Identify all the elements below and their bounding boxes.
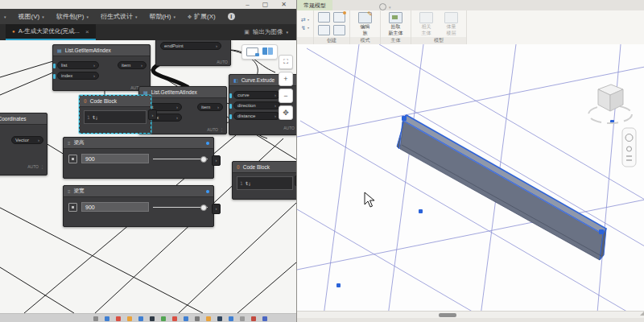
button-label: 相关 (421, 24, 431, 30)
port-vector[interactable]: Vector › (11, 136, 43, 144)
taskbar-icon[interactable] (161, 316, 166, 321)
button-label: 体量 (446, 24, 456, 30)
codeblock-editor[interactable]: 1 t; (237, 176, 293, 190)
tab-graph[interactable]: ● A-生成大梁优化(完成... × (6, 24, 96, 40)
tab-generic-model[interactable]: 常规模型 (297, 0, 332, 10)
port-endpoint-output[interactable]: endPoint › (160, 42, 221, 50)
scrollbar-thumb[interactable] (439, 313, 456, 317)
pick-new-host-button[interactable]: 拾取 新主体 (385, 12, 407, 35)
slider-handle[interactable] (200, 156, 207, 163)
taskbar-icon[interactable] (217, 316, 222, 321)
info-icon[interactable]: i (228, 13, 235, 20)
more-icon[interactable]: ⋮ (220, 127, 224, 132)
close-button[interactable]: ✕ (281, 2, 287, 8)
void-form-icon[interactable] (318, 25, 330, 35)
maximize-button[interactable]: ▢ (262, 2, 269, 8)
expand-toggle[interactable] (68, 203, 77, 212)
expand-toggle[interactable] (68, 155, 77, 163)
node-title: List.GetItemAtIndex (151, 89, 197, 95)
auto-label: AUTO (207, 127, 218, 132)
taskbar-icon[interactable] (240, 316, 245, 321)
port-output[interactable]: › (148, 109, 157, 120)
port-output[interactable]: › (295, 175, 296, 186)
draw-arc-icon[interactable]: ↯▾ (301, 25, 309, 31)
revit-3d-view[interactable] (297, 44, 644, 311)
slider-handle[interactable] (200, 204, 207, 211)
minimize-button[interactable]: – (246, 2, 249, 8)
zoom-in-button[interactable]: + (279, 72, 293, 86)
menu-extensions[interactable]: ✥ 扩展(X) (188, 12, 216, 21)
taskbar (0, 313, 296, 322)
mass-floor-button[interactable]: 体量 楼层 (440, 12, 462, 35)
port-item[interactable]: item › (118, 61, 147, 69)
slider-value-input[interactable]: 900 (81, 154, 149, 163)
port-output[interactable]: › (212, 155, 221, 166)
slider-track[interactable] (153, 207, 208, 208)
codeblock-editor[interactable]: 1 t; (84, 110, 147, 124)
model-line-icon[interactable] (333, 25, 345, 35)
taskbar-icon[interactable] (150, 316, 155, 321)
taskbar-icon[interactable] (251, 316, 256, 321)
port-output[interactable]: › (212, 204, 221, 214)
taskbar-icon[interactable] (229, 316, 233, 321)
port-item[interactable]: item › (197, 103, 223, 111)
port-direction[interactable]: direction › (233, 101, 280, 109)
taskbar-icon[interactable] (93, 316, 98, 321)
button-label: 拾取 (390, 24, 400, 30)
taskbar-icon[interactable] (116, 316, 121, 321)
screen: – ▢ ✕ ▾ 视图(V) ▾ 软件包(P) ▾ 衍生式设计 ▾ 帮助(H) ▾ (0, 0, 644, 322)
port-list[interactable]: list › (57, 61, 99, 69)
port-curve[interactable]: curve › (233, 91, 280, 99)
menu-packages[interactable]: 软件包(P) ▾ (56, 12, 89, 21)
zoom-out-button[interactable]: − (279, 89, 293, 103)
menu-view[interactable]: 视图(V) ▾ (19, 12, 44, 21)
solid-form-icon[interactable] (318, 12, 330, 23)
draw-line-icon[interactable]: ⇄▾ (301, 17, 309, 23)
menu-help[interactable]: 帮助(H) ▾ (149, 12, 175, 21)
export-image-button[interactable]: ▣ 输出为图像 ▾ (244, 28, 296, 36)
taskbar-icon[interactable] (172, 316, 177, 321)
taskbar-icon[interactable] (195, 316, 200, 321)
taskbar-icon[interactable] (184, 316, 188, 321)
slider-value-input[interactable]: 900 (81, 202, 149, 212)
related-host-button[interactable]: 相关 主体 (415, 12, 437, 35)
graph-view-icon[interactable] (262, 47, 273, 55)
preview-dot-icon[interactable] (206, 142, 209, 145)
chevron-down-icon[interactable]: ▾ (4, 14, 6, 19)
close-icon[interactable]: × (85, 28, 89, 35)
menu-generative-design[interactable]: 衍生式设计 ▾ (101, 12, 138, 21)
line-number: 1 (240, 180, 243, 186)
chevron-down-icon: ▾ (135, 14, 138, 19)
dynamo-canvas[interactable]: endPoint › AUTO ▤ List.GetItemAtIndex li… (0, 40, 296, 313)
taskbar-icon[interactable] (127, 316, 132, 321)
taskbar-icon[interactable] (206, 316, 211, 321)
port-index[interactable]: index › (57, 72, 99, 80)
node-slider-beam-height[interactable]: ≡ 梁高 900 › (63, 137, 214, 179)
codeblock-icon: {} (237, 165, 240, 170)
node-list-getitematindex-1[interactable]: ▤ List.GetItemAtIndex list › index › ite… (52, 44, 151, 91)
taskbar-icon[interactable] (262, 316, 267, 321)
slider-icon: ≡ (68, 189, 71, 194)
geometry-preview-icon[interactable] (246, 47, 258, 56)
zoom-fit-button[interactable]: ⛶ (279, 55, 293, 69)
port-distance[interactable]: distance › (233, 112, 280, 120)
more-icon[interactable]: ⋮ (40, 164, 44, 169)
chevron-down-icon: ▾ (308, 19, 309, 22)
view-switcher[interactable]: ▾ (379, 3, 391, 10)
edit-family-button[interactable]: 编辑 族 (354, 12, 376, 35)
node-endpoint[interactable]: endPoint › AUTO (155, 40, 231, 66)
port-arrow-icon: › (216, 43, 217, 48)
node-title: List.GetItemAtIndex (65, 47, 111, 53)
auto-label: AUTO (27, 164, 39, 169)
node-codeblock-1[interactable]: {} Code Block 1 t; › (79, 95, 151, 134)
reference-point-icon[interactable] (333, 12, 345, 23)
port-arrow-icon: › (38, 138, 39, 142)
taskbar-icon[interactable] (138, 316, 143, 321)
pan-button[interactable]: ✥ (279, 105, 293, 120)
node-slider-beam-width[interactable]: ≡ 梁宽 900 › (63, 185, 214, 227)
preview-dot-icon[interactable] (206, 190, 209, 193)
node-codeblock-2[interactable]: {} Code Block 1 t; › (232, 161, 296, 200)
slider-track[interactable] (153, 159, 208, 159)
taskbar-icon[interactable] (105, 316, 109, 321)
node-vector-bycoordinates[interactable]: Vector.ByCoordinates › › › Vector › AUTO… (0, 113, 47, 175)
